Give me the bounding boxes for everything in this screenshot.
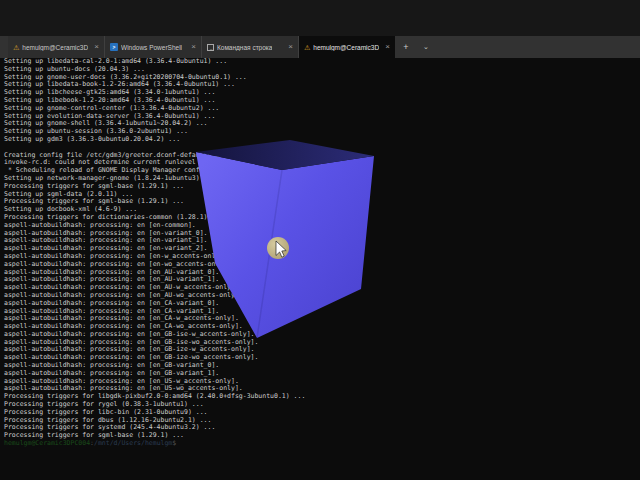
3d-scene-overlay	[0, 0, 640, 480]
cube-3d[interactable]	[196, 140, 374, 338]
windows-terminal-window: ⚠ hemulgm@Ceramic3DPC004:/r × > Windows …	[0, 0, 640, 480]
